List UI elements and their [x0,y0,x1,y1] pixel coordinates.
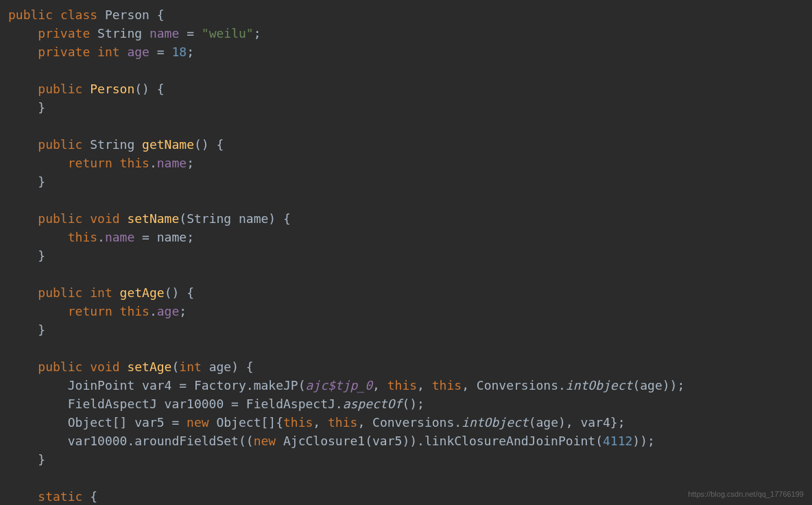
keyword-this: this [68,230,97,244]
keyword-return: return [68,156,112,170]
keyword-this: this [387,378,417,392]
text: (age)); [632,378,684,392]
keyword-this: this [328,415,357,430]
class-name: Person [105,8,150,22]
keyword-void: void [90,211,119,226]
italic-method: intObject [462,415,529,430]
lparen: ( [171,360,179,374]
text: = [150,45,172,59]
keyword-this: this [120,156,150,170]
keyword-public: public [38,360,82,374]
keyword-int: int [97,45,120,59]
field-age: age [127,45,150,59]
text: , [313,415,328,430]
semi: ; [187,230,194,244]
semi: ; [187,156,194,170]
italic-method: aspectOf [343,397,403,411]
text: = [179,26,202,40]
method-setname: setName [127,211,179,226]
rparen: ) { [231,360,254,374]
keyword-public: public [38,137,82,152]
italic-method: intObject [566,378,633,392]
keyword-private: private [38,45,90,59]
text: JoinPoint var4 = Factory.makeJP( [68,378,306,392]
text: = name [134,230,187,244]
parens: () { [165,285,194,300]
text: )); [632,434,655,448]
type-string: String [90,137,134,152]
keyword-this: this [432,378,462,392]
keyword-class: class [60,8,97,22]
brace: { [82,489,97,504]
type-string: String [97,26,142,40]
field-name: name [157,156,187,170]
parens: () { [134,82,164,96]
field-age: age [157,304,180,318]
text: , [372,378,387,392]
keyword-new: new [187,415,209,430]
keyword-public: public [38,211,82,226]
semi: ; [187,45,194,59]
keyword-this: this [120,304,150,318]
keyword-public: public [38,82,82,96]
static-field: ajc$tjp_0 [305,378,372,392]
constructor-name: Person [90,82,134,96]
keyword-new: new [254,434,276,448]
number-literal: 4112 [603,434,632,448]
keyword-private: private [38,26,90,40]
brace: } [38,322,45,337]
param: name [231,211,268,226]
brace: } [38,248,45,263]
dot: . [150,156,157,170]
param: age [202,360,231,374]
text: FieldAspectJ var10000 = FieldAspectJ. [68,397,343,411]
text: var10000.aroundFieldSet(( [68,434,254,448]
keyword-return: return [68,304,112,318]
rparen: ) { [268,211,291,226]
text: Object[] var5 = [68,415,187,430]
keyword-public: public [8,8,53,22]
dot: . [150,304,157,318]
keyword-int: int [90,285,112,300]
text: (age), var4}; [529,415,625,430]
method-setage: setAge [127,360,171,374]
text: AjcClosure1(var5)).linkClosureAndJoinPoi… [276,434,603,448]
dot: . [97,230,105,244]
keyword-this: this [283,415,313,430]
brace: { [150,8,165,22]
text: , [417,378,432,392]
brace: } [38,452,45,467]
parens: () { [194,137,224,152]
semi: ; [179,304,187,318]
text: (); [402,397,425,411]
brace: } [38,100,45,115]
keyword-void: void [90,360,119,374]
semi: ; [254,26,261,40]
text: , Conversions. [357,415,462,430]
string-literal: "weilu" [202,26,254,40]
keyword-public: public [38,285,82,300]
number-literal: 18 [171,45,187,59]
lparen: ( [179,211,187,226]
text: , Conversions. [462,378,566,392]
method-getage: getAge [120,285,165,300]
keyword-static: static [38,489,82,504]
watermark: https://blog.csdn.net/qq_17766199 [688,489,804,500]
keyword-int: int [179,360,202,374]
text: Object[]{ [209,415,283,430]
field-name: name [150,26,179,40]
brace: } [38,174,45,189]
type-string: String [187,211,231,226]
method-getname: getName [142,137,194,152]
code-editor[interactable]: public class Person { private String nam… [8,5,804,505]
field-name: name [105,230,134,244]
